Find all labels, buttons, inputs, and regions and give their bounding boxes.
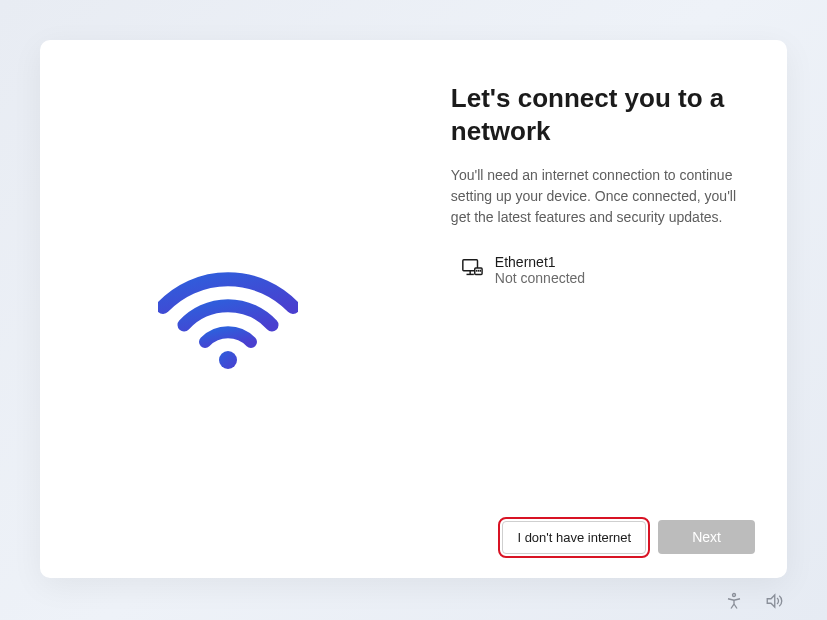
svg-point-8 xyxy=(733,594,736,597)
taskbar-icons xyxy=(725,592,783,610)
network-item-ethernet[interactable]: Ethernet1 Not connected xyxy=(451,250,747,290)
content-column: Let's connect you to a network You'll ne… xyxy=(451,40,787,578)
network-name: Ethernet1 xyxy=(495,254,585,270)
illustration-column xyxy=(40,40,451,578)
accessibility-icon[interactable] xyxy=(725,592,743,610)
volume-icon[interactable] xyxy=(765,592,783,610)
footer-buttons: I don't have internet Next xyxy=(502,520,755,554)
page-title: Let's connect you to a network xyxy=(451,82,731,147)
no-internet-button[interactable]: I don't have internet xyxy=(502,521,646,554)
network-text: Ethernet1 Not connected xyxy=(495,254,585,286)
setup-panel: Let's connect you to a network You'll ne… xyxy=(40,40,787,578)
network-status: Not connected xyxy=(495,270,585,286)
svg-point-0 xyxy=(219,351,237,369)
next-button[interactable]: Next xyxy=(658,520,755,554)
ethernet-monitor-icon xyxy=(461,257,483,283)
page-description: You'll need an internet connection to co… xyxy=(451,165,747,228)
wifi-icon xyxy=(158,262,298,372)
